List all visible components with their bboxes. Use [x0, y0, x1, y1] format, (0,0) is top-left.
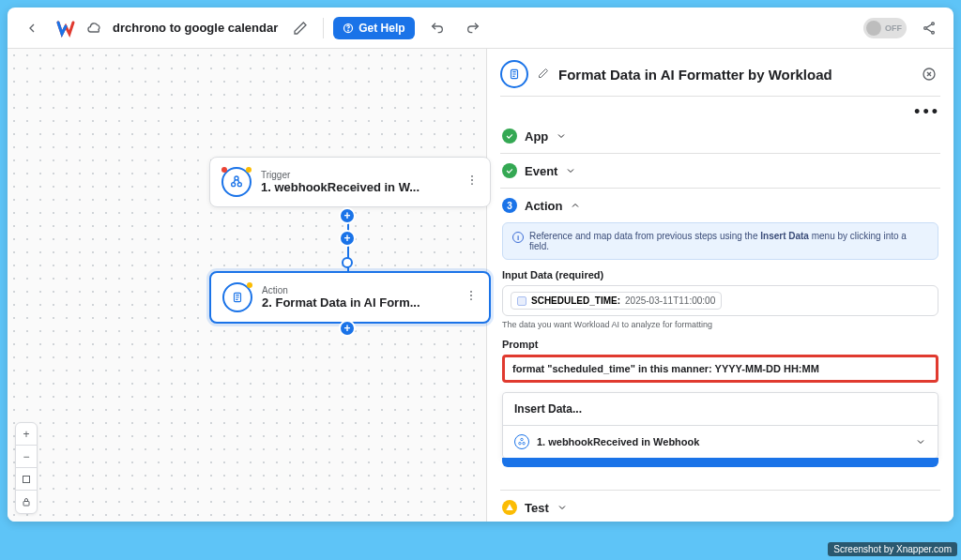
redo-button[interactable] [460, 15, 486, 41]
webhook-icon [221, 167, 252, 197]
section-action-header[interactable]: 3 Action [502, 198, 938, 213]
add-step-button[interactable]: + [339, 230, 356, 247]
svg-point-14 [470, 298, 472, 300]
top-bar: drchrono to google calendar Get Help OFF [8, 8, 953, 49]
toggle-state-label: OFF [885, 23, 902, 33]
connector-start-dot[interactable]: + [339, 207, 356, 224]
section-test[interactable]: Test [500, 491, 940, 522]
warning-icon [502, 500, 517, 515]
chevron-down-icon [557, 502, 568, 513]
lock-canvas-button[interactable] [16, 491, 37, 513]
node-menu-button[interactable] [465, 289, 478, 306]
brand-logo-icon [54, 17, 77, 39]
formatter-icon [222, 282, 252, 312]
get-help-label: Get Help [358, 22, 404, 35]
info-banner: i Reference and map data from previous s… [502, 222, 938, 260]
app-window: drchrono to google calendar Get Help OFF [8, 8, 953, 522]
share-button[interactable] [916, 15, 942, 41]
insert-data-popup: Insert Data... 1. webhookReceived in Web… [502, 392, 938, 459]
panel-edit-icon[interactable] [538, 66, 549, 83]
input-data-help: The data you want Workload AI to analyze… [502, 320, 938, 329]
zoom-controls: + − [15, 422, 38, 514]
back-button[interactable] [19, 15, 45, 41]
node-kicker: Action [262, 285, 455, 295]
pill-key: SCHEDULED_TIME: [531, 295, 620, 306]
section-action-label: Action [525, 199, 562, 213]
watermark: Screenshot by Xnapper.com [828, 542, 957, 556]
input-data-label: Input Data (required) [502, 269, 938, 280]
insert-data-source[interactable]: 1. webhookReceived in Webhook [503, 425, 938, 458]
insert-data-title: Insert Data... [503, 393, 938, 425]
fit-view-button[interactable] [16, 468, 37, 491]
get-help-button[interactable]: Get Help [333, 17, 414, 39]
undo-button[interactable] [424, 15, 450, 41]
publish-toggle[interactable]: OFF [863, 18, 907, 38]
data-pill[interactable]: SCHEDULED_TIME: 2025-03-11T11:00:00 [511, 292, 722, 310]
section-test-label: Test [525, 501, 549, 515]
prompt-text: format "scheduled_time" in this manner: … [512, 363, 819, 374]
side-panel: Format Data in AI Formatter by Workload … [486, 49, 953, 522]
pill-source-icon [517, 296, 526, 306]
node-title: 2. Format Data in AI Form... [262, 295, 455, 310]
chevron-down-icon [915, 436, 926, 447]
input-data-field[interactable]: SCHEDULED_TIME: 2025-03-11T11:00:00 [502, 285, 938, 316]
panel-close-button[interactable] [918, 63, 940, 85]
connector-end-dot [342, 257, 353, 268]
zoom-out-button[interactable]: − [16, 446, 37, 468]
section-app[interactable]: App [500, 119, 940, 154]
check-icon [502, 129, 517, 144]
svg-point-13 [470, 295, 472, 296]
zoom-in-button[interactable]: + [16, 423, 37, 446]
check-icon [502, 163, 517, 178]
svg-point-8 [471, 175, 473, 177]
chevron-down-icon [565, 165, 576, 176]
info-text-prefix: Reference and map data from previous ste… [529, 231, 760, 241]
workflow-title[interactable]: drchrono to google calendar [113, 21, 278, 35]
insert-source-label: 1. webhookReceived in Webhook [537, 436, 908, 447]
prompt-field[interactable]: format "scheduled_time" in this manner: … [502, 355, 938, 383]
svg-point-10 [471, 183, 473, 185]
step-number-badge: 3 [502, 198, 517, 213]
section-event[interactable]: Event [500, 154, 940, 189]
panel-header: Format Data in AI Formatter by Workload [500, 60, 940, 97]
action-node-selected[interactable]: Action 2. Format Data in AI Form... [209, 271, 491, 324]
svg-rect-16 [23, 502, 29, 507]
cloud-status-icon [86, 15, 103, 41]
chevron-down-icon [556, 130, 567, 142]
svg-point-20 [523, 442, 526, 445]
svg-point-4 [932, 31, 935, 34]
panel-more-button[interactable]: ••• [500, 102, 940, 115]
svg-point-21 [521, 438, 524, 441]
add-step-after-button[interactable]: + [339, 320, 356, 337]
webhook-mini-icon [514, 434, 529, 449]
node-title: 1. webhookReceived in W... [261, 180, 456, 194]
section-app-label: App [525, 129, 548, 144]
svg-point-9 [471, 179, 473, 181]
svg-point-2 [932, 23, 935, 25]
svg-rect-15 [23, 476, 30, 482]
info-text-strong: Insert Data [760, 231, 809, 241]
trigger-node[interactable]: Trigger 1. webhookReceived in W... [209, 157, 491, 207]
section-action: 3 Action i Reference and map data from p… [500, 189, 940, 477]
node-kicker: Trigger [261, 170, 456, 180]
divider [323, 18, 324, 38]
svg-point-3 [924, 26, 927, 29]
workflow-canvas[interactable]: Trigger 1. webhookReceived in W... + + [8, 49, 486, 522]
panel-app-icon [500, 60, 528, 88]
section-event-label: Event [525, 164, 557, 178]
pill-value: 2025-03-11T11:00:00 [625, 295, 715, 306]
svg-point-12 [470, 291, 472, 293]
continue-button-strip[interactable] [502, 458, 938, 467]
node-menu-button[interactable] [465, 174, 479, 190]
chevron-up-icon [570, 200, 581, 211]
svg-point-19 [519, 442, 522, 445]
edit-title-button[interactable] [287, 15, 313, 41]
info-icon: i [512, 232, 524, 243]
panel-title: Format Data in AI Formatter by Workload [558, 67, 908, 83]
prompt-label: Prompt [502, 339, 938, 350]
main-split: Trigger 1. webhookReceived in W... + + [8, 49, 953, 522]
svg-point-1 [348, 30, 349, 31]
